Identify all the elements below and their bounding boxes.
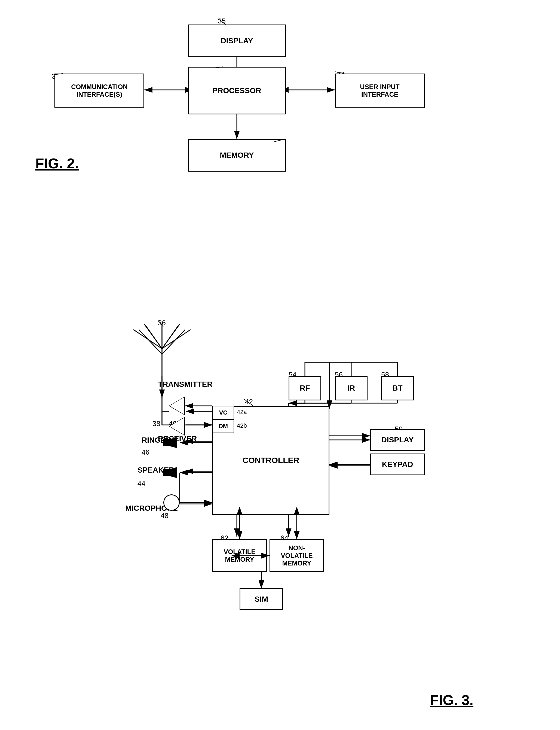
rf-box: RF <box>289 376 321 401</box>
ref-38: 38 <box>152 420 160 428</box>
page: 35 DISPLAY 30 PROCESSOR 34 COMMUNICATION… <box>0 0 560 730</box>
fig2-label: FIG. 2. <box>35 155 79 172</box>
display-box-fig2: DISPLAY <box>188 25 286 57</box>
volatile-memory-box: VOLATILE MEMORY <box>212 539 267 572</box>
ref-44: 44 <box>137 480 145 488</box>
sim-box: SIM <box>240 588 283 610</box>
svg-line-59 <box>146 325 162 348</box>
ref-48: 48 <box>161 512 169 520</box>
fig3-label: FIG. 3. <box>430 692 473 708</box>
svg-line-34 <box>162 329 191 348</box>
svg-line-30 <box>144 324 162 348</box>
ref-42a: 42a <box>237 409 247 416</box>
comm-interface-box: COMMUNICATION INTERFACE(S) <box>54 74 144 108</box>
microphone-icon <box>163 494 180 511</box>
keypad-box: KEYPAD <box>370 454 425 475</box>
ir-box: IR <box>335 376 368 401</box>
svg-line-63 <box>162 329 185 354</box>
ref-42b: 42b <box>237 422 247 429</box>
ref-46: 46 <box>142 448 149 457</box>
memory-box: MEMORY <box>188 139 286 172</box>
transmitter-label: TRANSMITTER <box>158 380 213 389</box>
svg-line-62 <box>139 329 162 354</box>
dm-box: DM <box>212 420 234 433</box>
svg-line-33 <box>133 329 162 348</box>
ref-42: 42 <box>245 398 253 406</box>
bt-box: BT <box>381 376 414 401</box>
ref-35: 35 <box>218 17 226 25</box>
user-input-box: USER INPUT INTERFACE <box>335 74 425 108</box>
processor-box: PROCESSOR <box>188 67 286 114</box>
vc-box: VC <box>212 406 234 420</box>
display-box-fig3: DISPLAY <box>370 429 425 451</box>
non-volatile-memory-box: NON- VOLATILE MEMORY <box>270 539 324 572</box>
transmitter-triangle-inner <box>170 397 184 415</box>
svg-line-61 <box>162 325 178 348</box>
svg-line-32 <box>162 324 180 348</box>
ref-36: 36 <box>158 319 166 327</box>
receiver-triangle-inner <box>170 418 184 435</box>
